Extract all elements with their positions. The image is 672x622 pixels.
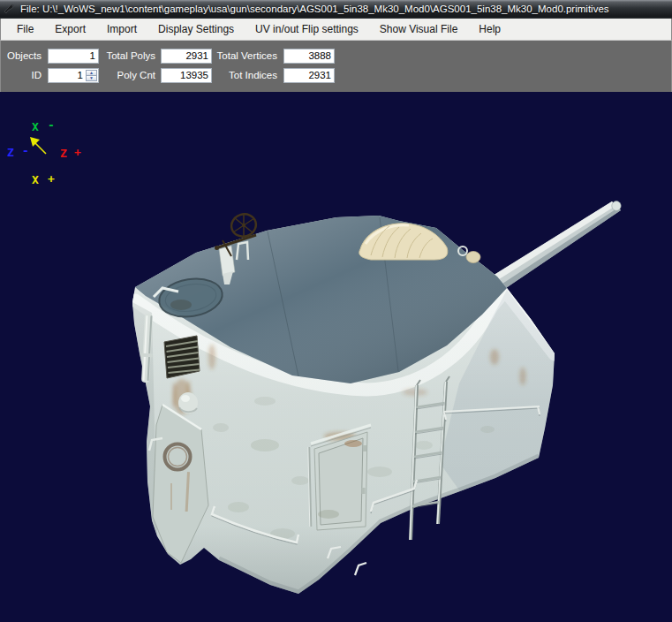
viewport-3d[interactable]: X - Z - Z + X + [0, 92, 672, 622]
menu-import[interactable]: Import [96, 19, 147, 40]
title-bar: File: U:\!_WoWS_new1\content\gameplay\us… [0, 0, 672, 17]
total-polys-field[interactable]: 2931 [161, 49, 212, 64]
tot-indices-field[interactable]: 2931 [283, 68, 335, 83]
total-vertices-label: Total Vertices [209, 50, 277, 61]
menu-show-visual-file[interactable]: Show Visual File [369, 19, 469, 40]
axis-arrow-icon [30, 137, 46, 154]
menu-help[interactable]: Help [468, 19, 511, 40]
muzzle [612, 201, 621, 211]
menu-bar: File Export Import Display Settings UV i… [0, 19, 672, 41]
window-title: File: U:\!_WoWS_new1\content\gameplay\us… [20, 4, 609, 14]
menu-file[interactable]: File [6, 19, 44, 40]
axis-gizmo: X - Z - Z + X + [7, 118, 81, 186]
app-icon [4, 4, 16, 14]
axis-x-neg-letter: X [32, 120, 39, 133]
axis-z-pos-sign: + [74, 146, 81, 159]
id-value: 1 [78, 70, 83, 80]
objects-field[interactable]: 1 [48, 49, 99, 64]
dome-fitting [178, 392, 198, 413]
app-window: File: U:\!_WoWS_new1\content\gameplay\us… [0, 0, 672, 622]
menu-uv-flip-settings[interactable]: UV in/out Flip settings [245, 19, 369, 40]
poly-cnt-label: Poly Cnt [96, 70, 155, 80]
axis-x-pos-sign: + [48, 172, 55, 186]
axis-x-pos-letter: X [32, 173, 39, 186]
foot-hook [355, 563, 366, 575]
door-hinge [363, 445, 366, 451]
axis-x-neg-sign: - [48, 118, 55, 132]
access-door [308, 425, 371, 530]
id-field[interactable]: 1 ▲ ▼ [48, 68, 99, 83]
objects-label: Objects [3, 50, 42, 61]
stats-toolbar: Objects 1 Total Polys 2931 Total Vertice… [0, 41, 672, 92]
turret-model [132, 201, 672, 622]
axis-z-neg-sign: - [22, 144, 29, 157]
gun-barrel [493, 201, 621, 290]
total-vertices-field[interactable]: 3888 [283, 49, 335, 64]
id-label: ID [3, 70, 42, 80]
door-hinge [362, 488, 366, 494]
menu-export[interactable]: Export [44, 19, 96, 40]
menu-display-settings[interactable]: Display Settings [147, 19, 245, 40]
poly-cnt-field[interactable]: 13935 [161, 68, 212, 83]
tot-indices-label: Tot Indices [209, 70, 277, 80]
vent-grille [164, 336, 200, 378]
axis-z-neg-letter: Z [7, 146, 14, 159]
total-polys-label: Total Polys [96, 50, 155, 61]
axis-z-pos-letter: Z [60, 147, 67, 160]
